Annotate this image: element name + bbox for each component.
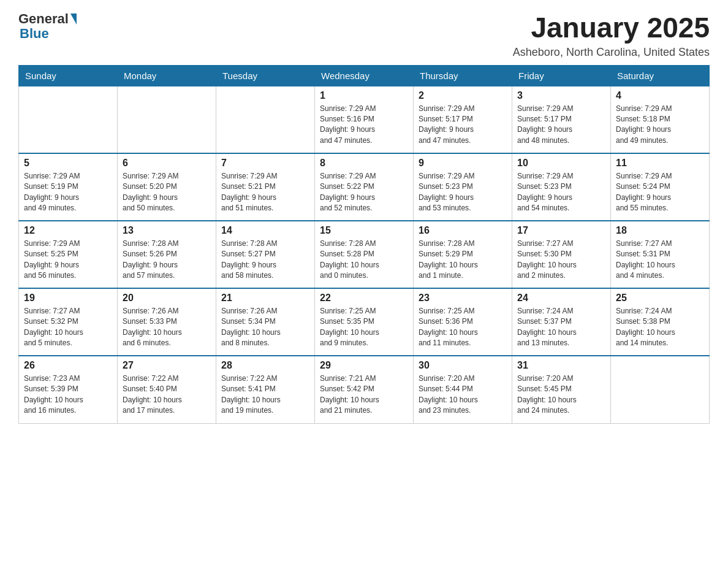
- logo-general-text: General: [18, 12, 69, 26]
- day-number: 20: [123, 293, 211, 304]
- day-info: Sunrise: 7:27 AMSunset: 5:30 PMDaylight:…: [517, 239, 605, 282]
- table-row: 25Sunrise: 7:24 AMSunset: 5:38 PMDayligh…: [611, 288, 710, 356]
- table-row: 18Sunrise: 7:27 AMSunset: 5:31 PMDayligh…: [611, 221, 710, 288]
- location-title: Asheboro, North Carolina, United States: [513, 46, 710, 59]
- day-number: 19: [24, 293, 112, 304]
- table-row: 22Sunrise: 7:25 AMSunset: 5:35 PMDayligh…: [315, 288, 414, 356]
- calendar-week-2: 5Sunrise: 7:29 AMSunset: 5:19 PMDaylight…: [19, 153, 710, 221]
- day-info: Sunrise: 7:25 AMSunset: 5:36 PMDaylight:…: [419, 306, 507, 349]
- day-number: 5: [24, 158, 112, 169]
- day-info: Sunrise: 7:20 AMSunset: 5:44 PMDaylight:…: [419, 373, 507, 416]
- logo-blue-text: Blue: [20, 26, 49, 42]
- day-info: Sunrise: 7:21 AMSunset: 5:42 PMDaylight:…: [320, 373, 408, 416]
- day-info: Sunrise: 7:29 AMSunset: 5:21 PMDaylight:…: [221, 171, 309, 214]
- day-number: 10: [517, 158, 605, 169]
- day-info: Sunrise: 7:23 AMSunset: 5:39 PMDaylight:…: [24, 373, 112, 416]
- header-monday: Monday: [118, 65, 216, 86]
- day-number: 8: [320, 158, 408, 169]
- day-number: 16: [419, 225, 507, 236]
- table-row: 14Sunrise: 7:28 AMSunset: 5:27 PMDayligh…: [216, 221, 315, 288]
- day-info: Sunrise: 7:27 AMSunset: 5:32 PMDaylight:…: [24, 306, 112, 349]
- table-row: 17Sunrise: 7:27 AMSunset: 5:30 PMDayligh…: [512, 221, 611, 288]
- month-title: January 2025: [513, 12, 710, 44]
- table-row: 3Sunrise: 7:29 AMSunset: 5:17 PMDaylight…: [512, 86, 611, 153]
- day-number: 7: [221, 158, 309, 169]
- day-info: Sunrise: 7:20 AMSunset: 5:45 PMDaylight:…: [517, 373, 605, 416]
- table-row: 10Sunrise: 7:29 AMSunset: 5:23 PMDayligh…: [512, 153, 611, 221]
- day-info: Sunrise: 7:22 AMSunset: 5:40 PMDaylight:…: [123, 373, 211, 416]
- day-number: 30: [419, 360, 507, 371]
- table-row: 20Sunrise: 7:26 AMSunset: 5:33 PMDayligh…: [118, 288, 216, 356]
- table-row: 23Sunrise: 7:25 AMSunset: 5:36 PMDayligh…: [414, 288, 512, 356]
- table-row: 8Sunrise: 7:29 AMSunset: 5:22 PMDaylight…: [315, 153, 414, 221]
- day-info: Sunrise: 7:28 AMSunset: 5:28 PMDaylight:…: [320, 239, 408, 282]
- day-number: 26: [24, 360, 112, 371]
- day-number: 15: [320, 225, 408, 236]
- day-info: Sunrise: 7:29 AMSunset: 5:19 PMDaylight:…: [24, 171, 112, 214]
- table-row: 12Sunrise: 7:29 AMSunset: 5:25 PMDayligh…: [19, 221, 118, 288]
- day-info: Sunrise: 7:29 AMSunset: 5:18 PMDaylight:…: [616, 104, 704, 147]
- day-info: Sunrise: 7:29 AMSunset: 5:23 PMDaylight:…: [517, 171, 605, 214]
- table-row: 16Sunrise: 7:28 AMSunset: 5:29 PMDayligh…: [414, 221, 512, 288]
- day-info: Sunrise: 7:29 AMSunset: 5:23 PMDaylight:…: [419, 171, 507, 214]
- day-number: 18: [616, 225, 704, 236]
- table-row: 5Sunrise: 7:29 AMSunset: 5:19 PMDaylight…: [19, 153, 118, 221]
- day-info: Sunrise: 7:26 AMSunset: 5:34 PMDaylight:…: [221, 306, 309, 349]
- day-number: 23: [419, 293, 507, 304]
- day-info: Sunrise: 7:28 AMSunset: 5:26 PMDaylight:…: [123, 239, 211, 282]
- header-wednesday: Wednesday: [315, 65, 414, 86]
- day-info: Sunrise: 7:29 AMSunset: 5:20 PMDaylight:…: [123, 171, 211, 214]
- day-number: 1: [320, 90, 408, 101]
- day-number: 13: [123, 225, 211, 236]
- table-row: [611, 356, 710, 423]
- day-info: Sunrise: 7:29 AMSunset: 5:25 PMDaylight:…: [24, 239, 112, 282]
- table-row: 31Sunrise: 7:20 AMSunset: 5:45 PMDayligh…: [512, 356, 611, 423]
- day-number: 14: [221, 225, 309, 236]
- table-row: 9Sunrise: 7:29 AMSunset: 5:23 PMDaylight…: [414, 153, 512, 221]
- day-number: 28: [221, 360, 309, 371]
- day-info: Sunrise: 7:24 AMSunset: 5:38 PMDaylight:…: [616, 306, 704, 349]
- day-number: 21: [221, 293, 309, 304]
- table-row: 13Sunrise: 7:28 AMSunset: 5:26 PMDayligh…: [118, 221, 216, 288]
- table-row: [216, 86, 315, 153]
- day-info: Sunrise: 7:29 AMSunset: 5:24 PMDaylight:…: [616, 171, 704, 214]
- day-info: Sunrise: 7:22 AMSunset: 5:41 PMDaylight:…: [221, 373, 309, 416]
- table-row: 11Sunrise: 7:29 AMSunset: 5:24 PMDayligh…: [611, 153, 710, 221]
- calendar-week-1: 1Sunrise: 7:29 AMSunset: 5:16 PMDaylight…: [19, 86, 710, 153]
- day-info: Sunrise: 7:27 AMSunset: 5:31 PMDaylight:…: [616, 239, 704, 282]
- day-number: 29: [320, 360, 408, 371]
- day-number: 17: [517, 225, 605, 236]
- logo: General Blue: [18, 12, 78, 42]
- day-number: 12: [24, 225, 112, 236]
- header-friday: Friday: [512, 65, 611, 86]
- day-number: 24: [517, 293, 605, 304]
- calendar-table: Sunday Monday Tuesday Wednesday Thursday…: [18, 65, 710, 424]
- day-number: 11: [616, 158, 704, 169]
- table-row: 24Sunrise: 7:24 AMSunset: 5:37 PMDayligh…: [512, 288, 611, 356]
- table-row: 7Sunrise: 7:29 AMSunset: 5:21 PMDaylight…: [216, 153, 315, 221]
- day-info: Sunrise: 7:24 AMSunset: 5:37 PMDaylight:…: [517, 306, 605, 349]
- header-thursday: Thursday: [414, 65, 512, 86]
- table-row: 1Sunrise: 7:29 AMSunset: 5:16 PMDaylight…: [315, 86, 414, 153]
- day-info: Sunrise: 7:28 AMSunset: 5:29 PMDaylight:…: [419, 239, 507, 282]
- day-number: 25: [616, 293, 704, 304]
- day-number: 4: [616, 90, 704, 101]
- table-row: 6Sunrise: 7:29 AMSunset: 5:20 PMDaylight…: [118, 153, 216, 221]
- day-info: Sunrise: 7:29 AMSunset: 5:17 PMDaylight:…: [419, 104, 507, 147]
- calendar-week-4: 19Sunrise: 7:27 AMSunset: 5:32 PMDayligh…: [19, 288, 710, 356]
- day-info: Sunrise: 7:25 AMSunset: 5:35 PMDaylight:…: [320, 306, 408, 349]
- table-row: 26Sunrise: 7:23 AMSunset: 5:39 PMDayligh…: [19, 356, 118, 423]
- day-info: Sunrise: 7:29 AMSunset: 5:17 PMDaylight:…: [517, 104, 605, 147]
- table-row: 28Sunrise: 7:22 AMSunset: 5:41 PMDayligh…: [216, 356, 315, 423]
- table-row: [118, 86, 216, 153]
- table-row: 21Sunrise: 7:26 AMSunset: 5:34 PMDayligh…: [216, 288, 315, 356]
- calendar-week-3: 12Sunrise: 7:29 AMSunset: 5:25 PMDayligh…: [19, 221, 710, 288]
- day-number: 3: [517, 90, 605, 101]
- day-number: 6: [123, 158, 211, 169]
- title-block: January 2025 Asheboro, North Carolina, U…: [513, 12, 710, 59]
- table-row: 30Sunrise: 7:20 AMSunset: 5:44 PMDayligh…: [414, 356, 512, 423]
- table-row: 29Sunrise: 7:21 AMSunset: 5:42 PMDayligh…: [315, 356, 414, 423]
- table-row: 15Sunrise: 7:28 AMSunset: 5:28 PMDayligh…: [315, 221, 414, 288]
- day-info: Sunrise: 7:29 AMSunset: 5:22 PMDaylight:…: [320, 171, 408, 214]
- day-number: 9: [419, 158, 507, 169]
